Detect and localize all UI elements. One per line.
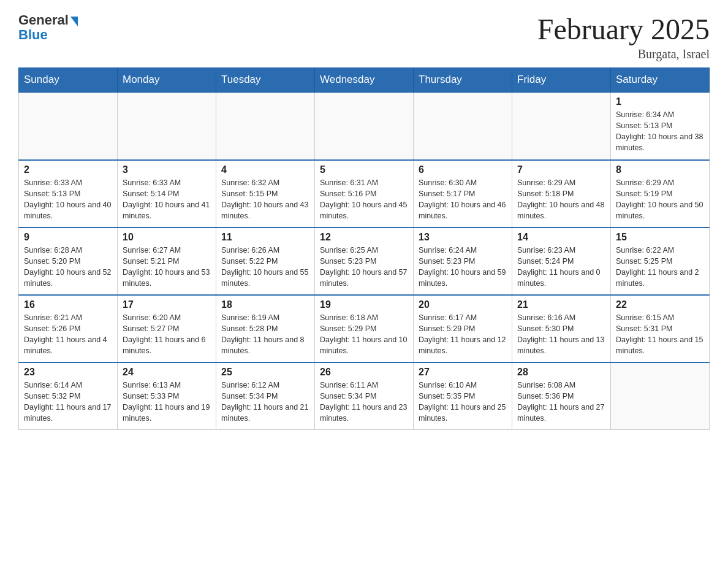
day-info: Sunrise: 6:29 AMSunset: 5:18 PMDaylight:… bbox=[517, 177, 605, 222]
day-info: Sunrise: 6:21 AMSunset: 5:26 PMDaylight:… bbox=[24, 312, 112, 357]
title-section: February 2025 Burgata, Israel bbox=[537, 12, 710, 61]
day-number: 1 bbox=[616, 96, 704, 107]
calendar-cell: 19Sunrise: 6:18 AMSunset: 5:29 PMDayligh… bbox=[315, 295, 414, 362]
logo: General Blue bbox=[18, 12, 78, 43]
calendar-cell: 9Sunrise: 6:28 AMSunset: 5:20 PMDaylight… bbox=[19, 228, 118, 295]
calendar-cell: 21Sunrise: 6:16 AMSunset: 5:30 PMDayligh… bbox=[512, 295, 611, 362]
day-number: 20 bbox=[419, 299, 507, 310]
day-info: Sunrise: 6:15 AMSunset: 5:31 PMDaylight:… bbox=[616, 312, 704, 357]
weekday-header-sunday: Sunday bbox=[19, 67, 118, 93]
calendar-cell bbox=[611, 362, 710, 430]
logo-general-text: General bbox=[18, 12, 69, 28]
week-row-2: 2Sunrise: 6:33 AMSunset: 5:13 PMDaylight… bbox=[19, 160, 710, 228]
day-number: 6 bbox=[419, 164, 507, 175]
day-info: Sunrise: 6:26 AMSunset: 5:22 PMDaylight:… bbox=[221, 245, 309, 289]
day-number: 7 bbox=[517, 164, 605, 175]
day-number: 26 bbox=[320, 367, 408, 378]
calendar-cell bbox=[19, 93, 118, 160]
calendar-cell: 27Sunrise: 6:10 AMSunset: 5:35 PMDayligh… bbox=[414, 362, 512, 430]
day-info: Sunrise: 6:34 AMSunset: 5:13 PMDaylight:… bbox=[616, 109, 704, 154]
day-info: Sunrise: 6:08 AMSunset: 5:36 PMDaylight:… bbox=[517, 380, 605, 424]
day-number: 18 bbox=[221, 299, 309, 310]
day-number: 24 bbox=[123, 367, 211, 378]
month-title: February 2025 bbox=[537, 12, 710, 46]
weekday-header-friday: Friday bbox=[512, 67, 611, 93]
weekday-header-wednesday: Wednesday bbox=[315, 67, 414, 93]
day-info: Sunrise: 6:29 AMSunset: 5:19 PMDaylight:… bbox=[616, 177, 704, 222]
day-info: Sunrise: 6:17 AMSunset: 5:29 PMDaylight:… bbox=[419, 312, 507, 357]
day-info: Sunrise: 6:16 AMSunset: 5:30 PMDaylight:… bbox=[517, 312, 605, 357]
week-row-3: 9Sunrise: 6:28 AMSunset: 5:20 PMDaylight… bbox=[19, 228, 710, 295]
calendar-cell: 25Sunrise: 6:12 AMSunset: 5:34 PMDayligh… bbox=[216, 362, 315, 430]
day-number: 25 bbox=[221, 367, 309, 378]
calendar-cell: 14Sunrise: 6:23 AMSunset: 5:24 PMDayligh… bbox=[512, 228, 611, 295]
day-number: 15 bbox=[616, 232, 704, 243]
day-info: Sunrise: 6:33 AMSunset: 5:13 PMDaylight:… bbox=[24, 177, 112, 222]
calendar-cell bbox=[414, 93, 512, 160]
day-number: 22 bbox=[616, 299, 704, 310]
day-info: Sunrise: 6:14 AMSunset: 5:32 PMDaylight:… bbox=[24, 380, 112, 424]
day-info: Sunrise: 6:27 AMSunset: 5:21 PMDaylight:… bbox=[123, 245, 211, 289]
day-info: Sunrise: 6:12 AMSunset: 5:34 PMDaylight:… bbox=[221, 380, 309, 424]
day-info: Sunrise: 6:23 AMSunset: 5:24 PMDaylight:… bbox=[517, 245, 605, 289]
calendar-cell: 17Sunrise: 6:20 AMSunset: 5:27 PMDayligh… bbox=[118, 295, 216, 362]
day-number: 16 bbox=[24, 299, 112, 310]
day-number: 21 bbox=[517, 299, 605, 310]
day-info: Sunrise: 6:13 AMSunset: 5:33 PMDaylight:… bbox=[123, 380, 211, 424]
weekday-header-tuesday: Tuesday bbox=[216, 67, 315, 93]
calendar-cell: 2Sunrise: 6:33 AMSunset: 5:13 PMDaylight… bbox=[19, 160, 118, 228]
day-number: 5 bbox=[320, 164, 408, 175]
day-number: 14 bbox=[517, 232, 605, 243]
calendar-cell: 13Sunrise: 6:24 AMSunset: 5:23 PMDayligh… bbox=[414, 228, 512, 295]
calendar-cell: 28Sunrise: 6:08 AMSunset: 5:36 PMDayligh… bbox=[512, 362, 611, 430]
day-number: 19 bbox=[320, 299, 408, 310]
calendar-cell bbox=[118, 93, 216, 160]
calendar-cell: 11Sunrise: 6:26 AMSunset: 5:22 PMDayligh… bbox=[216, 228, 315, 295]
day-info: Sunrise: 6:25 AMSunset: 5:23 PMDaylight:… bbox=[320, 245, 408, 289]
day-number: 17 bbox=[123, 299, 211, 310]
day-info: Sunrise: 6:28 AMSunset: 5:20 PMDaylight:… bbox=[24, 245, 112, 289]
calendar-cell: 6Sunrise: 6:30 AMSunset: 5:17 PMDaylight… bbox=[414, 160, 512, 228]
day-info: Sunrise: 6:10 AMSunset: 5:35 PMDaylight:… bbox=[419, 380, 507, 424]
calendar-cell: 23Sunrise: 6:14 AMSunset: 5:32 PMDayligh… bbox=[19, 362, 118, 430]
day-info: Sunrise: 6:30 AMSunset: 5:17 PMDaylight:… bbox=[419, 177, 507, 222]
weekday-header-saturday: Saturday bbox=[611, 67, 710, 93]
calendar-cell: 12Sunrise: 6:25 AMSunset: 5:23 PMDayligh… bbox=[315, 228, 414, 295]
day-info: Sunrise: 6:11 AMSunset: 5:34 PMDaylight:… bbox=[320, 380, 408, 424]
calendar-cell: 24Sunrise: 6:13 AMSunset: 5:33 PMDayligh… bbox=[118, 362, 216, 430]
calendar-cell: 10Sunrise: 6:27 AMSunset: 5:21 PMDayligh… bbox=[118, 228, 216, 295]
calendar-cell bbox=[512, 93, 611, 160]
calendar-cell: 1Sunrise: 6:34 AMSunset: 5:13 PMDaylight… bbox=[611, 93, 710, 160]
week-row-1: 1Sunrise: 6:34 AMSunset: 5:13 PMDaylight… bbox=[19, 93, 710, 160]
calendar-cell: 20Sunrise: 6:17 AMSunset: 5:29 PMDayligh… bbox=[414, 295, 512, 362]
weekday-header-thursday: Thursday bbox=[414, 67, 512, 93]
day-number: 3 bbox=[123, 164, 211, 175]
logo-arrow-icon bbox=[70, 17, 78, 26]
calendar-cell: 3Sunrise: 6:33 AMSunset: 5:14 PMDaylight… bbox=[118, 160, 216, 228]
day-number: 11 bbox=[221, 232, 309, 243]
day-info: Sunrise: 6:20 AMSunset: 5:27 PMDaylight:… bbox=[123, 312, 211, 357]
location-text: Burgata, Israel bbox=[537, 47, 710, 61]
day-info: Sunrise: 6:19 AMSunset: 5:28 PMDaylight:… bbox=[221, 312, 309, 357]
day-info: Sunrise: 6:31 AMSunset: 5:16 PMDaylight:… bbox=[320, 177, 408, 222]
calendar-cell: 4Sunrise: 6:32 AMSunset: 5:15 PMDaylight… bbox=[216, 160, 315, 228]
day-info: Sunrise: 6:18 AMSunset: 5:29 PMDaylight:… bbox=[320, 312, 408, 357]
day-number: 10 bbox=[123, 232, 211, 243]
day-number: 12 bbox=[320, 232, 408, 243]
week-row-4: 16Sunrise: 6:21 AMSunset: 5:26 PMDayligh… bbox=[19, 295, 710, 362]
day-number: 8 bbox=[616, 164, 704, 175]
calendar-cell: 7Sunrise: 6:29 AMSunset: 5:18 PMDaylight… bbox=[512, 160, 611, 228]
day-number: 28 bbox=[517, 367, 605, 378]
weekday-header-row: SundayMondayTuesdayWednesdayThursdayFrid… bbox=[19, 67, 710, 93]
day-info: Sunrise: 6:22 AMSunset: 5:25 PMDaylight:… bbox=[616, 245, 704, 289]
calendar-cell: 8Sunrise: 6:29 AMSunset: 5:19 PMDaylight… bbox=[611, 160, 710, 228]
calendar-cell: 5Sunrise: 6:31 AMSunset: 5:16 PMDaylight… bbox=[315, 160, 414, 228]
calendar-cell bbox=[216, 93, 315, 160]
calendar-cell: 15Sunrise: 6:22 AMSunset: 5:25 PMDayligh… bbox=[611, 228, 710, 295]
day-number: 9 bbox=[24, 232, 112, 243]
calendar-cell: 16Sunrise: 6:21 AMSunset: 5:26 PMDayligh… bbox=[19, 295, 118, 362]
weekday-header-monday: Monday bbox=[118, 67, 216, 93]
day-info: Sunrise: 6:33 AMSunset: 5:14 PMDaylight:… bbox=[123, 177, 211, 222]
day-info: Sunrise: 6:32 AMSunset: 5:15 PMDaylight:… bbox=[221, 177, 309, 222]
calendar-cell bbox=[315, 93, 414, 160]
